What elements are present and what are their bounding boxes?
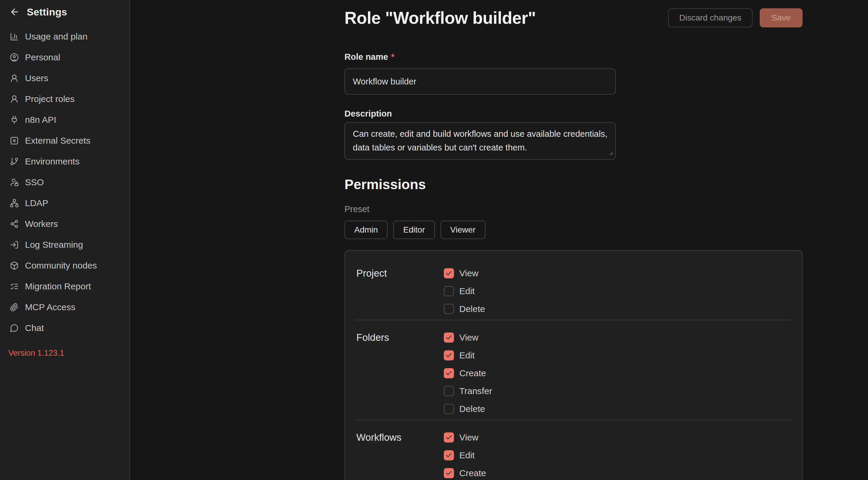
checkbox-unchecked[interactable]: [444, 404, 454, 414]
permission-scope-label[interactable]: Create: [459, 368, 486, 378]
permission-scope-label[interactable]: Edit: [459, 450, 475, 460]
role-editor: Role "Workflow builder" Discard changes …: [344, 7, 803, 480]
checkbox-unchecked[interactable]: [444, 286, 454, 296]
checkbox-checked[interactable]: [444, 268, 454, 278]
permission-scope-label[interactable]: Delete: [459, 404, 485, 414]
permission-row-folders-view: View: [444, 329, 791, 347]
checkbox-checked[interactable]: [444, 433, 454, 443]
user-circle-icon: [9, 53, 19, 62]
permission-scope-label[interactable]: Create: [459, 468, 486, 478]
permission-section-name: Workflows: [356, 428, 444, 480]
role-name-input[interactable]: [344, 68, 616, 95]
preset-buttons: AdminEditorViewer: [344, 221, 803, 239]
preset-editor-button[interactable]: Editor: [393, 221, 435, 239]
permission-scope-label[interactable]: View: [459, 332, 478, 343]
permission-scope-list: ViewEditCreateTransferDelete: [444, 329, 791, 418]
permission-section-name: Folders: [356, 329, 444, 418]
sidebar-item-migration-report[interactable]: Migration Report: [0, 276, 129, 297]
textarea-resize-handle[interactable]: [608, 150, 613, 157]
discard-changes-button[interactable]: Discard changes: [668, 8, 753, 27]
sidebar-item-external-secrets[interactable]: External Secrets: [0, 130, 129, 151]
permission-row-folders-transfer: Transfer: [444, 382, 791, 400]
sidebar-item-mcp-access[interactable]: MCP Access: [0, 297, 129, 318]
user-lock-icon: [9, 178, 19, 187]
permission-row-workflows-view: View: [444, 428, 791, 446]
settings-sidebar: Settings Usage and planPersonalUsersProj…: [0, 0, 130, 480]
save-button[interactable]: Save: [760, 8, 803, 27]
permission-row-project-view: View: [444, 264, 791, 282]
vault-icon: [9, 136, 19, 146]
log-in-icon: [9, 240, 19, 250]
sidebar-item-label: Project roles: [25, 94, 75, 104]
sidebar-item-project-roles[interactable]: Project roles: [0, 89, 129, 109]
settings-title: Settings: [27, 6, 67, 18]
checkbox-checked[interactable]: [444, 468, 454, 478]
checkbox-checked[interactable]: [444, 350, 454, 360]
checkbox-checked[interactable]: [444, 450, 454, 460]
share-icon: [9, 219, 19, 229]
permission-row-project-delete: Delete: [444, 300, 791, 318]
permission-scope-label[interactable]: View: [459, 433, 478, 443]
permission-scope-label[interactable]: Edit: [459, 286, 475, 296]
sidebar-item-label: LDAP: [25, 198, 48, 208]
checkbox-checked[interactable]: [444, 332, 454, 343]
sidebar-item-ldap[interactable]: LDAP: [0, 193, 129, 214]
sidebar-item-label: MCP Access: [25, 302, 75, 312]
network-icon: [9, 198, 19, 208]
role-name-label-text: Role name: [344, 52, 388, 62]
permission-scope-label[interactable]: Delete: [459, 304, 485, 314]
plug-icon: [9, 115, 19, 125]
sidebar-item-community-nodes[interactable]: Community nodes: [0, 255, 129, 276]
preset-label: Preset: [344, 204, 803, 214]
checkbox-unchecked[interactable]: [444, 386, 454, 396]
version-label[interactable]: Version 1.123.1: [8, 349, 64, 358]
settings-back[interactable]: Settings: [0, 0, 129, 24]
sidebar-item-label: Personal: [25, 52, 60, 62]
sidebar-item-label: Log Streaming: [25, 240, 83, 250]
sidebar-item-workers[interactable]: Workers: [0, 214, 129, 234]
user-icon: [9, 73, 19, 83]
git-branch-icon: [9, 157, 19, 166]
sidebar-item-environments[interactable]: Environments: [0, 151, 129, 172]
description-field: Can create, edit and build workflows and…: [344, 122, 616, 160]
sidebar-item-personal[interactable]: Personal: [0, 47, 129, 68]
sidebar-item-label: Workers: [25, 219, 58, 229]
permission-scope-label[interactable]: Edit: [459, 350, 475, 360]
description-label: Description: [344, 109, 803, 119]
user-icon: [9, 94, 19, 104]
settings-menu: Usage and planPersonalUsersProject roles…: [0, 26, 129, 339]
permission-row-folders-create: Create: [444, 364, 791, 382]
sidebar-item-n8n-api[interactable]: n8n API: [0, 109, 129, 130]
permission-row-workflows-create: Create: [444, 464, 791, 480]
sidebar-item-label: SSO: [25, 177, 44, 187]
permission-section-name: Project: [356, 264, 444, 318]
description-textarea[interactable]: Can create, edit and build workflows and…: [344, 122, 616, 160]
message-circle-icon: [9, 323, 19, 333]
sidebar-item-usage-and-plan[interactable]: Usage and plan: [0, 26, 129, 47]
permission-section-project: ProjectViewEditDelete: [345, 256, 802, 320]
permission-scope-label[interactable]: Transfer: [459, 386, 492, 396]
sidebar-item-log-streaming[interactable]: Log Streaming: [0, 234, 129, 255]
permission-section-folders: FoldersViewEditCreateTransferDelete: [345, 320, 802, 420]
sidebar-item-label: Environments: [25, 156, 80, 166]
role-name-label: Role name *: [344, 52, 803, 62]
paperclip-icon: [9, 302, 19, 312]
sidebar-item-label: Community nodes: [25, 260, 97, 270]
list-checks-icon: [9, 282, 19, 291]
description-label-text: Description: [344, 109, 392, 119]
page-header: Role "Workflow builder" Discard changes …: [344, 7, 803, 29]
preset-admin-button[interactable]: Admin: [344, 221, 388, 239]
permission-row-folders-delete: Delete: [444, 400, 791, 418]
permission-scope-label[interactable]: View: [459, 268, 478, 278]
preset-viewer-button[interactable]: Viewer: [440, 221, 486, 239]
sidebar-item-label: Users: [25, 73, 48, 83]
sidebar-item-label: Usage and plan: [25, 32, 88, 42]
page-title: Role "Workflow builder": [344, 8, 536, 28]
sidebar-item-sso[interactable]: SSO: [0, 172, 129, 193]
sidebar-item-chat[interactable]: Chat: [0, 318, 129, 339]
permission-scope-list: ViewEditCreate: [444, 428, 791, 480]
checkbox-unchecked[interactable]: [444, 304, 454, 314]
sidebar-item-users[interactable]: Users: [0, 68, 129, 89]
checkbox-checked[interactable]: [444, 368, 454, 378]
permission-row-project-edit: Edit: [444, 282, 791, 300]
